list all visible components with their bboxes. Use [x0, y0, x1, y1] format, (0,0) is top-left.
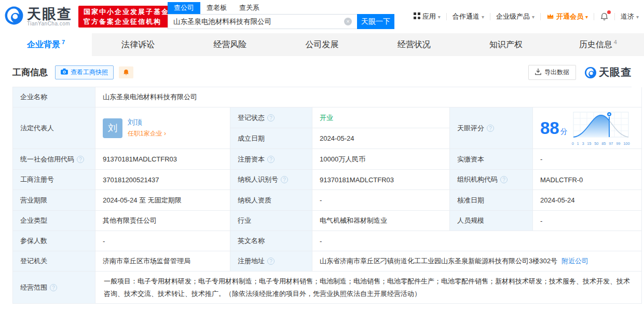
menu-divider — [490, 13, 490, 20]
tianyancha-swirl-icon — [4, 6, 24, 28]
reg-authority-value: 济南市章丘区市场监督管理局 — [95, 251, 230, 272]
establish-date-value: 2024-05-24 — [312, 128, 450, 149]
clear-search-icon[interactable]: × — [344, 18, 352, 25]
company-type-value: 其他有限责任公司 — [95, 211, 230, 231]
menu-enterprise[interactable]: 企业级产品▾ — [496, 12, 535, 21]
taxpayer-quality-value: - — [312, 190, 450, 211]
tianyan-score-cell: 88分 — [533, 107, 642, 149]
caret-down-icon: ▾ — [482, 14, 484, 20]
tab-badge: 7 — [62, 39, 65, 45]
legal-rep-avatar[interactable]: 刘 — [103, 118, 122, 138]
legal-rep-name-link[interactable]: 刘顶 — [128, 118, 166, 127]
username: 道济 — [621, 12, 634, 21]
score-ticks: 0131550859799100 — [572, 141, 630, 146]
insured-label: 参保人数 — [13, 231, 95, 251]
company-nav-tabs: 企业背景7 法律诉讼 经营风险 公司发展 经营状况 知识产权 历史信息4 — [0, 33, 644, 56]
business-info-table: 企业名称 山东圣泉电池材料科技有限公司 法定代表人 刘 刘顶 任职1家企业 › … — [12, 87, 632, 304]
reg-capital-value: 10000万人民币 — [312, 149, 450, 170]
establish-date-label: 成立日期 — [230, 128, 312, 149]
tianyan-score-label: 天眼评分? — [450, 107, 533, 149]
tianyancha-watermark-logo: 天眼查 — [584, 65, 632, 79]
menu-apps[interactable]: 应用▾ — [414, 12, 441, 21]
menu-divider — [614, 13, 615, 20]
caret-down-icon: ▾ — [636, 14, 639, 20]
score-curve-chart: 0131550859799100 — [572, 110, 630, 146]
menu-divider — [540, 13, 541, 20]
section-title: 工商信息 — [12, 66, 48, 78]
english-name-label: 英文名称 — [230, 231, 312, 251]
caret-down-icon: ▾ — [532, 14, 535, 20]
export-data-button[interactable]: 导出数据 — [528, 65, 576, 80]
tab-history-info[interactable]: 历史信息4 — [552, 33, 644, 56]
reg-status-label: 登记状态? — [230, 107, 312, 128]
nearby-companies-link[interactable]: 附近公司 — [561, 256, 588, 266]
help-icon[interactable]: ? — [267, 156, 275, 163]
business-scope-value: 一般项目：电子专用材料研发；电子专用材料制造；电子专用材料销售；电池制造；电池销… — [95, 272, 642, 304]
tab-operational-risk[interactable]: 经营风险 — [184, 33, 276, 56]
taxpayer-id-label: 纳税人识别号? — [230, 170, 312, 190]
staff-size-label: 人员规模 — [450, 211, 533, 231]
paid-capital-label: 实缴资本 — [450, 149, 533, 170]
insured-value: - — [95, 231, 230, 251]
search-tabs: 查公司 查老板 查关系 — [168, 2, 394, 14]
help-icon[interactable]: ? — [500, 176, 508, 183]
help-icon[interactable]: ? — [267, 258, 275, 265]
company-name-value: 山东圣泉电池材料科技有限公司 — [95, 87, 642, 107]
tab-company-development[interactable]: 公司发展 — [276, 33, 368, 56]
menu-divider — [446, 13, 447, 20]
credit-code-label: 统一社会信用代码? — [13, 149, 95, 170]
english-name-value: - — [312, 231, 642, 251]
logo-domain: TianYanCha.com — [27, 21, 72, 26]
tianyancha-logo[interactable]: 天眼查 TianYanCha.com — [4, 6, 72, 28]
score-value[interactable]: 88分 — [540, 118, 568, 138]
help-icon[interactable]: ? — [281, 176, 288, 183]
help-icon[interactable]: ? — [77, 156, 84, 163]
reg-number-value: 370181200521437 — [95, 170, 230, 190]
monitor-bell-button[interactable] — [119, 66, 133, 78]
user-menu[interactable]: 道济▾ — [621, 12, 639, 21]
search-tab-relation[interactable]: 查关系 — [233, 2, 266, 14]
header-menu: 应用▾ 合作通道▾ 企业级产品▾ 开通会员▾ 道济▾ — [414, 12, 639, 21]
crown-icon — [546, 12, 554, 21]
help-icon[interactable]: ? — [267, 114, 275, 121]
menu-vip[interactable]: 开通会员▾ — [546, 12, 588, 21]
legal-rep-companies-link[interactable]: 任职1家企业 › — [128, 129, 166, 138]
tab-intellectual-property[interactable]: 知识产权 — [460, 33, 552, 56]
reg-address-value: 山东省济南市章丘区刁镇街道化工工业园山东圣泉新能源科技有限公司3楼302号 附近… — [312, 251, 642, 272]
business-term-label: 营业期限 — [13, 190, 95, 211]
industry-value: 电气机械和器材制造业 — [312, 211, 450, 231]
approval-date-label: 核准日期 — [450, 190, 533, 211]
search-button[interactable]: 天眼一下 — [357, 14, 394, 29]
staff-size-value: - — [533, 211, 642, 231]
business-scope-label: 经营范围? — [13, 272, 95, 304]
download-icon — [535, 69, 541, 77]
help-icon[interactable]: ? — [487, 125, 494, 132]
business-term-value: 2024-05-24 至 无固定期限 — [95, 190, 230, 211]
taxpayer-id-value: 91370181MADLCTFR03 — [312, 170, 450, 190]
apps-grid-icon — [414, 12, 420, 21]
reg-capital-label: 注册资本? — [230, 149, 312, 170]
tab-legal-proceedings[interactable]: 法律诉讼 — [92, 33, 184, 56]
tab-operating-status[interactable]: 经营状况 — [368, 33, 460, 56]
search-input[interactable] — [168, 14, 357, 29]
notifications-bell[interactable] — [600, 12, 609, 21]
caret-down-icon: ▾ — [585, 14, 588, 20]
industry-label: 行业 — [230, 211, 312, 231]
search-tab-boss[interactable]: 查老板 — [200, 2, 233, 14]
tab-company-background[interactable]: 企业背景7 — [0, 33, 92, 56]
reg-address-label: 注册地址? — [230, 251, 312, 272]
menu-partner[interactable]: 合作通道▾ — [453, 12, 484, 21]
logo-title: 天眼查 — [27, 7, 72, 21]
reg-number-label: 工商注册号 — [13, 170, 95, 190]
menu-divider — [594, 13, 594, 20]
camera-icon — [61, 69, 68, 76]
business-info-header: 工商信息 查看工商快照 导出数据 天眼查 — [12, 65, 632, 80]
taxpayer-quality-label: 纳税人资质 — [230, 190, 312, 211]
help-icon[interactable]: ? — [50, 284, 57, 291]
search-tab-company[interactable]: 查公司 — [168, 2, 200, 14]
chevron-right-icon: › — [164, 130, 166, 137]
paid-capital-value: - — [533, 149, 642, 170]
view-snapshot-button[interactable]: 查看工商快照 — [55, 65, 114, 79]
credit-code-value: 91370181MADLCTFR03 — [95, 149, 230, 170]
legal-rep-cell: 刘 刘顶 任职1家企业 › — [95, 107, 230, 149]
